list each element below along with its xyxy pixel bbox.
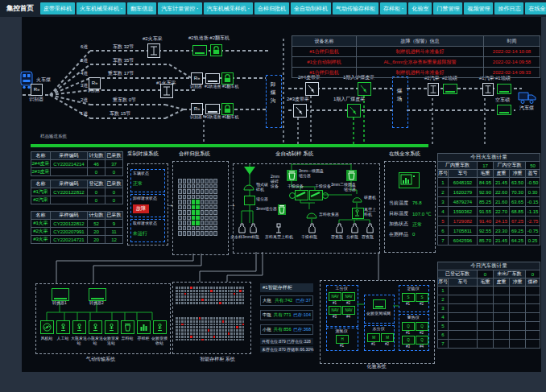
- batching-section-title: 合样归批系统: [179, 151, 210, 158]
- analyzer-unit-id: #2: [381, 342, 393, 346]
- table-row: #1火采CY220122812529: [31, 220, 123, 228]
- summary-label: 未出厂车数: [494, 270, 526, 279]
- cell: [526, 287, 540, 295]
- converter1-label: 转换器1: [50, 301, 69, 306]
- rfid-reader3-icon: R»: [191, 72, 203, 85]
- table-row: 2: [438, 295, 540, 304]
- cabinet-cell: [199, 326, 201, 328]
- bottle-icon: [336, 223, 343, 233]
- cell: 0: [105, 168, 123, 176]
- rack-cell: [192, 195, 196, 200]
- cabinet-cell: [187, 295, 189, 298]
- rack-cell: [209, 200, 213, 204]
- cabinet-cell: [219, 290, 221, 292]
- menu-item-13[interactable]: 操作日志: [494, 2, 523, 14]
- table-row: 4159036291.5522.7068.85-1.15: [438, 207, 540, 217]
- cabinet-cell: [187, 302, 189, 304]
- menu-item-0[interactable]: 集控首页: [2, 2, 39, 14]
- menu-item-3[interactable]: 翻车信息: [127, 2, 156, 14]
- cell: 37: [105, 160, 123, 168]
- bottle-label-full-moisture: 全水样3mm样瓶: [230, 235, 259, 240]
- cabinet-cell: [201, 320, 204, 323]
- rack-cell: [201, 216, 205, 221]
- cabinet-row-stored: 已存:37: [296, 298, 311, 303]
- cabinet-cell: [208, 332, 210, 335]
- cabinet-cell: [225, 332, 227, 335]
- table-title: 今日汽车衡计量: [438, 262, 540, 270]
- cell: AL_6mm全水存查柜重量超限报警: [357, 57, 484, 68]
- menu-item-11[interactable]: 门禁管理: [433, 2, 462, 14]
- cabinet-cell: [228, 326, 230, 328]
- divider-icon: [244, 196, 255, 205]
- cabinet-cell: [176, 317, 178, 320]
- person-icon: [72, 320, 86, 334]
- cabinet-cell: [193, 336, 196, 338]
- cell: -1.15: [526, 207, 540, 217]
- rfid-reader2-label: 识别器: [88, 89, 100, 93]
- rack-cell: [192, 221, 196, 225]
- rack-cell: [205, 200, 209, 204]
- train-sampler2-label: #2火车采: [143, 36, 163, 42]
- cell: [449, 340, 478, 349]
- menu-item-1[interactable]: 皮带采样机: [40, 2, 75, 14]
- cabinet-cell: [219, 295, 221, 298]
- pneumatic-title: 气动传输系统: [77, 357, 125, 362]
- cabinet-cell: [230, 295, 233, 298]
- cabinet-cell: [228, 336, 230, 338]
- track-4-note: 重车数 17节: [108, 71, 134, 76]
- cell: [478, 322, 494, 331]
- rack-cell: [213, 231, 217, 236]
- cabinet-cell: [190, 326, 192, 328]
- cell: 7: [438, 340, 449, 349]
- analyzer-unit-id: #3: [329, 315, 341, 319]
- rack-cell: [183, 216, 187, 221]
- cabinet-cell: [219, 329, 221, 332]
- menu-item-10[interactable]: 化验室: [408, 2, 432, 14]
- rack-cell: [183, 226, 187, 231]
- station-label: 大瓶发送站: [71, 336, 87, 345]
- analyzer-unit-code: M: [381, 333, 394, 342]
- cell: [478, 331, 494, 340]
- cell: 20: [88, 228, 105, 236]
- cabinet-cell: [234, 293, 236, 295]
- cell: 2022-02-14 09:33: [484, 68, 540, 78]
- summary-label: 厂内空车数: [494, 162, 526, 170]
- rack-cell: [183, 189, 187, 194]
- cell: 1620279: [449, 188, 478, 197]
- menu-item-9[interactable]: 存样柜·: [380, 2, 407, 14]
- menu-item-6[interactable]: 合样归批机: [254, 2, 289, 14]
- cabinet-cell: [236, 332, 238, 335]
- cell: -0.75: [526, 226, 540, 236]
- cabinet-cell: [213, 302, 216, 304]
- menu-item-5[interactable]: 汽车机械采样机·: [204, 2, 253, 14]
- track-1-note: 车数 15节: [110, 111, 130, 117]
- docking-section-title: 采制对接系统: [127, 151, 159, 158]
- menu-item-14[interactable]: 在线全水: [525, 2, 546, 14]
- rack-cell: [187, 184, 191, 189]
- cabinet-row-name: 小瓶: [263, 327, 271, 332]
- grinder-label: 研磨机: [364, 196, 376, 200]
- cell: 2#3皮采: [31, 168, 51, 176]
- cabinet-cell: [176, 320, 178, 323]
- cell: [510, 313, 526, 322]
- cell: -0.50: [526, 178, 540, 188]
- cabinet-cell: [190, 329, 192, 332]
- cell: 92.55: [478, 226, 494, 236]
- cabinet-cell: [184, 287, 187, 289]
- cabinet-cell: [234, 336, 236, 338]
- menu-item-4[interactable]: 汽车计量管控·: [158, 2, 201, 14]
- alarm-table: 设备名称故障（报警）信息时间#1合样归批机制样机进料斗未准备好2022-02-1…: [292, 35, 540, 78]
- cell: [478, 340, 494, 349]
- rack-cell: [213, 205, 217, 210]
- cell: 22.70: [494, 207, 510, 217]
- menu-item-12[interactable]: 视频管理: [464, 2, 493, 14]
- cabinet-row-have: 共有:856: [274, 327, 292, 332]
- menu-item-7[interactable]: 全自动制样机: [291, 2, 331, 14]
- truck-sampling-table: 名称采样编码登记数已采数#1汽采CY22012281200#2汽采00: [31, 179, 123, 204]
- rack-cell: [196, 216, 200, 221]
- menu-item-8[interactable]: 气动传输存样柜: [333, 2, 378, 14]
- cell: 2#4皮采: [31, 160, 51, 168]
- menu-item-2[interactable]: 火车机械采样机·: [77, 2, 126, 14]
- cabinet-cell: [199, 339, 201, 341]
- bottle-label-dry: 干燥样瓶: [301, 235, 317, 240]
